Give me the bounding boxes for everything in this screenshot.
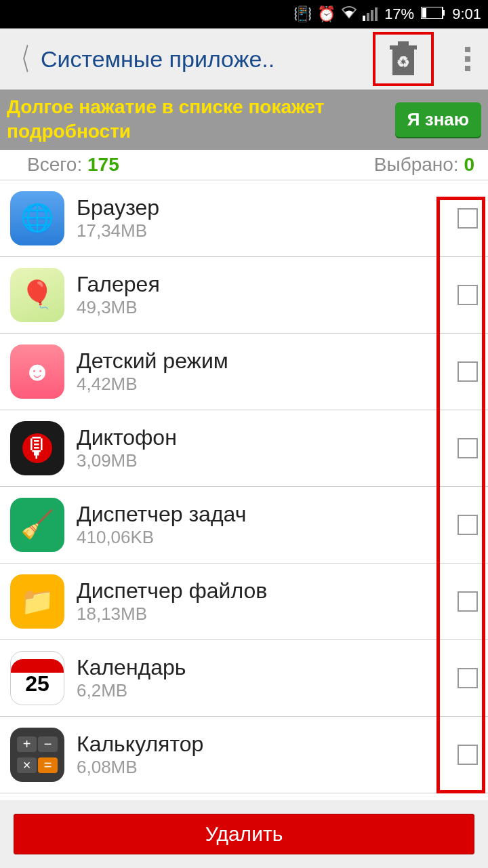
app-size: 410,06KB bbox=[77, 527, 445, 548]
checkbox[interactable] bbox=[458, 745, 478, 765]
checkbox[interactable] bbox=[458, 208, 478, 229]
total-count: Всего: 175 bbox=[27, 154, 119, 176]
vibrate-icon: 📳 bbox=[293, 5, 312, 23]
svg-rect-4 bbox=[390, 45, 417, 50]
list-item[interactable]: 25Календарь6,2MB bbox=[0, 640, 488, 717]
list-item[interactable]: ☻Детский режим4,42MB bbox=[0, 334, 488, 410]
list-item[interactable]: 📁Диспетчер файлов18,13MB bbox=[0, 564, 488, 640]
battery-percent: 17% bbox=[384, 5, 414, 23]
app-name: Календарь bbox=[77, 655, 445, 680]
delete-button[interactable]: Удалить bbox=[14, 814, 474, 854]
app-icon: 25 bbox=[10, 651, 64, 705]
selected-count: Выбрано: 0 bbox=[374, 154, 474, 176]
checkbox[interactable] bbox=[458, 438, 478, 458]
svg-rect-5 bbox=[398, 41, 409, 45]
app-name: Диспетчер задач bbox=[77, 502, 445, 527]
page-title: Системные приложе.. bbox=[41, 46, 366, 73]
overflow-menu-button[interactable] bbox=[454, 47, 481, 71]
clock: 9:01 bbox=[452, 5, 481, 23]
app-name: Галерея bbox=[77, 272, 445, 297]
hint-text: Долгое нажатие в списке покажет подробно… bbox=[7, 95, 395, 144]
app-size: 3,09MB bbox=[77, 450, 445, 471]
checkbox[interactable] bbox=[458, 361, 478, 382]
bottom-bar: Удалить bbox=[0, 800, 488, 868]
app-icon: 🧹 bbox=[10, 498, 64, 552]
app-icon: 📁 bbox=[10, 574, 64, 629]
list-item[interactable]: 🎙Диктофон3,09MB bbox=[0, 410, 488, 487]
status-bar: 📳 ⏰ 17% 9:01 bbox=[0, 0, 488, 28]
app-icon: ☻ bbox=[10, 344, 64, 399]
app-icon: 🎙 bbox=[10, 421, 64, 475]
checkbox[interactable] bbox=[458, 591, 478, 612]
recycle-bin-button[interactable]: ♻ bbox=[373, 32, 434, 86]
app-size: 49,3MB bbox=[77, 297, 445, 318]
app-icon: 🎈 bbox=[10, 268, 64, 322]
alarm-icon: ⏰ bbox=[317, 5, 336, 23]
signal-icon bbox=[363, 7, 378, 21]
app-size: 6,2MB bbox=[77, 680, 445, 701]
hint-bar: Долгое нажатие в списке покажет подробно… bbox=[0, 90, 488, 150]
checkbox[interactable] bbox=[458, 285, 478, 305]
svg-rect-2 bbox=[443, 10, 445, 16]
svg-rect-1 bbox=[422, 8, 426, 18]
app-size: 17,34MB bbox=[77, 220, 445, 241]
trash-recycle-icon: ♻ bbox=[388, 41, 418, 77]
count-bar: Всего: 175 Выбрано: 0 bbox=[0, 150, 488, 180]
list-item[interactable]: +−×=Калькулятор6,08MB bbox=[0, 717, 488, 793]
app-icon: 🌐 bbox=[10, 191, 64, 245]
app-name: Детский режим bbox=[77, 349, 445, 374]
checkbox[interactable] bbox=[458, 515, 478, 535]
wifi-icon bbox=[341, 5, 357, 23]
app-size: 6,08MB bbox=[77, 757, 445, 778]
app-name: Диспетчер файлов bbox=[77, 578, 445, 604]
app-name: Калькулятор bbox=[77, 732, 445, 757]
app-size: 4,42MB bbox=[77, 374, 445, 395]
battery-icon bbox=[421, 5, 445, 23]
app-size: 18,13MB bbox=[77, 604, 445, 625]
app-list[interactable]: 🌐Браузер17,34MB🎈Галерея49,3MB☻Детский ре… bbox=[0, 180, 488, 793]
list-item[interactable]: 🎈Галерея49,3MB bbox=[0, 257, 488, 334]
list-item[interactable]: 🌐Браузер17,34MB bbox=[0, 180, 488, 257]
hint-dismiss-button[interactable]: Я знаю bbox=[395, 102, 481, 137]
back-button[interactable]: 〈 bbox=[12, 39, 28, 79]
checkbox[interactable] bbox=[458, 668, 478, 688]
app-name: Браузер bbox=[77, 195, 445, 220]
list-item[interactable]: 🧹Диспетчер задач410,06KB bbox=[0, 487, 488, 564]
app-name: Диктофон bbox=[77, 425, 445, 450]
app-bar: 〈 Системные приложе.. ♻ bbox=[0, 28, 488, 90]
svg-text:♻: ♻ bbox=[396, 54, 410, 71]
app-icon: +−×= bbox=[10, 728, 64, 782]
